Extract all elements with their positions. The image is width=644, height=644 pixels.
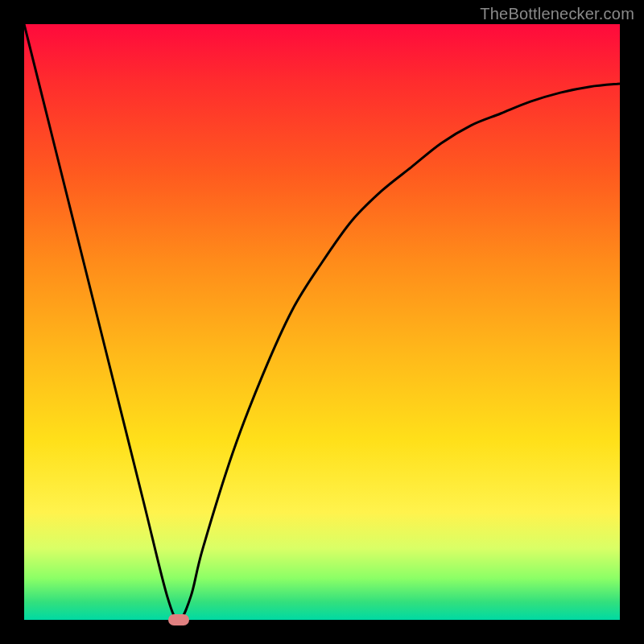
optimal-marker [168,614,189,625]
curve-svg [24,24,620,620]
chart-container: TheBottlenecker.com [0,0,644,644]
plot-area [24,24,620,620]
attribution-text: TheBottlenecker.com [480,5,634,23]
bottleneck-curve [24,24,620,620]
